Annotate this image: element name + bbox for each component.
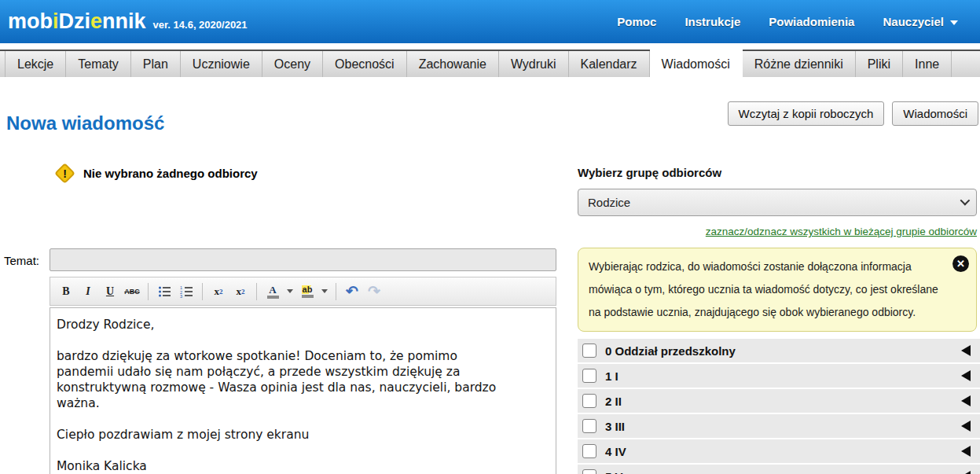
- mobidziennik-app: mobiDziennik ver. 14.6, 2020/2021 Pomoc …: [0, 0, 980, 474]
- chevron-down-icon: [950, 20, 958, 25]
- body-line: bardzo dziękuję za wtorkowe spotkanie! D…: [57, 348, 549, 364]
- close-icon: ✕: [956, 252, 965, 275]
- redo-button-disabled: ↷: [365, 281, 384, 302]
- app-logo[interactable]: mobiDziennik ver. 14.6, 2020/2021: [8, 9, 248, 34]
- recipient-group-select[interactable]: Rodzice: [578, 189, 977, 216]
- tab-uczniowie[interactable]: Uczniowie: [181, 51, 262, 77]
- page-title: Nowa wiadomość: [6, 112, 164, 134]
- undo-button[interactable]: ↶: [343, 281, 362, 302]
- tab-lekcje[interactable]: Lekcje: [5, 51, 66, 77]
- class-checkbox-4[interactable]: [582, 444, 596, 458]
- class-checkbox-3[interactable]: [582, 419, 596, 433]
- highlight-dropdown-icon[interactable]: [321, 289, 328, 293]
- messages-button[interactable]: Wiadomości: [892, 101, 978, 126]
- tab-tematy[interactable]: Tematy: [66, 51, 131, 77]
- expand-left-icon[interactable]: [961, 370, 971, 381]
- body-line: Ciepło pozdrawiam z mojej strony ekranu: [57, 427, 549, 443]
- tab-inne[interactable]: Inne: [903, 51, 952, 77]
- class-checkbox-1[interactable]: [582, 369, 596, 383]
- parent-info-text: Wybierając rodzica, do wiadomości zostan…: [589, 260, 938, 318]
- class-row-2[interactable]: 2 II: [578, 389, 980, 413]
- nav-link-instrukcje[interactable]: Instrukcje: [685, 15, 740, 28]
- text-color-button[interactable]: A: [263, 281, 282, 302]
- tab-oceny[interactable]: Oceny: [262, 51, 323, 77]
- class-list: 0 Oddział przedszkolny 1 I 2 II 3 III 4: [578, 339, 980, 474]
- app-version: ver. 14.6, 2020/2021: [153, 19, 248, 31]
- user-menu[interactable]: Nauczyciel: [883, 15, 958, 28]
- class-label: 3 III: [605, 420, 961, 433]
- header-tab-gap: [0, 43, 980, 50]
- tab-wydruki[interactable]: Wydruki: [499, 51, 569, 77]
- nav-link-powiadomienia[interactable]: Powiadomienia: [769, 15, 854, 28]
- info-close-button[interactable]: ✕: [952, 255, 969, 272]
- class-row-5[interactable]: 5 V: [578, 465, 980, 474]
- class-label: 0 Oddział przedszkolny: [605, 344, 961, 358]
- body-line: Monika Kalicka: [57, 458, 549, 474]
- toolbar-separator: [202, 283, 203, 300]
- bold-button[interactable]: B: [57, 281, 75, 302]
- select-all-toggle-link[interactable]: zaznacz/odznacz wszystkich w bieżącej gr…: [578, 226, 977, 237]
- class-label: 4 IV: [605, 445, 961, 458]
- superscript-button[interactable]: x2: [231, 281, 250, 302]
- tab-kalendarz[interactable]: Kalendarz: [569, 51, 650, 77]
- subject-label: Temat:: [4, 254, 39, 267]
- app-header: mobiDziennik ver. 14.6, 2020/2021 Pomoc …: [0, 0, 980, 43]
- class-checkbox-0[interactable]: [582, 344, 596, 358]
- bullet-list-icon: [158, 285, 171, 298]
- class-row-0[interactable]: 0 Oddział przedszkolny: [578, 339, 980, 362]
- highlight-color-bar: [302, 295, 314, 298]
- expand-left-icon[interactable]: [961, 345, 971, 356]
- underline-button[interactable]: U: [101, 281, 119, 302]
- body-line: [57, 443, 549, 458]
- bullet-list-button[interactable]: [155, 281, 174, 302]
- class-checkbox-5[interactable]: [582, 469, 596, 474]
- numbered-list-icon: 1 2 3: [180, 285, 193, 298]
- warning-icon: !: [54, 163, 75, 184]
- user-menu-label: Nauczyciel: [883, 15, 944, 28]
- body-line: [57, 411, 549, 427]
- tab-wiadomosci-active[interactable]: Wiadomości: [650, 45, 743, 77]
- message-editor: B I U ABC 1 2 3 x2 x2: [50, 277, 556, 474]
- nav-link-pomoc[interactable]: Pomoc: [617, 15, 656, 28]
- load-drafts-button[interactable]: Wczytaj z kopii roboczych: [728, 101, 885, 126]
- strikethrough-button[interactable]: ABC: [123, 281, 141, 302]
- body-line: ważna.: [57, 395, 549, 411]
- message-body-editor[interactable]: Drodzy Rodzice, bardzo dziękuję za wtork…: [50, 307, 556, 474]
- toolbar-separator: [148, 283, 149, 300]
- recipients-panel: Wybierz grupę odbiorców Rodzice zaznacz/…: [578, 166, 977, 474]
- tab-rozne-dzienniki[interactable]: Różne dzienniki: [743, 51, 856, 77]
- class-label: 5 V: [605, 470, 961, 474]
- tab-pliki[interactable]: Pliki: [856, 51, 903, 77]
- class-row-1[interactable]: 1 I: [578, 364, 980, 388]
- warning-text: Nie wybrano żadnego odbiorcy: [83, 167, 258, 180]
- parent-info-box: Wybierając rodzica, do wiadomości zostan…: [578, 248, 977, 332]
- class-label: 2 II: [605, 395, 961, 408]
- highlight-color-button[interactable]: ab: [298, 281, 317, 302]
- tab-plan[interactable]: Plan: [131, 51, 181, 77]
- expand-left-icon[interactable]: [961, 421, 971, 432]
- main-tab-bar: Lekcje Tematy Plan Uczniowie Oceny Obecn…: [0, 50, 980, 77]
- body-line: konstruktywną rozmowę - Wasza opinia jes…: [57, 380, 549, 395]
- class-label: 1 I: [605, 369, 961, 383]
- subscript-button[interactable]: x2: [209, 281, 228, 302]
- toolbar-separator: [336, 283, 336, 300]
- class-checkbox-2[interactable]: [582, 394, 596, 408]
- text-color-dropdown-icon[interactable]: [287, 289, 293, 293]
- expand-left-icon[interactable]: [961, 395, 971, 406]
- numbered-list-button[interactable]: 1 2 3: [177, 281, 196, 302]
- tab-zachowanie[interactable]: Zachowanie: [407, 51, 499, 77]
- expand-left-icon[interactable]: [961, 471, 971, 474]
- header-nav: Pomoc Instrukcje Powiadomienia Nauczycie…: [617, 15, 958, 28]
- editor-toolbar: B I U ABC 1 2 3 x2 x2: [50, 277, 556, 306]
- class-row-4[interactable]: 4 IV: [578, 439, 980, 463]
- no-recipient-warning: ! Nie wybrano żadnego odbiorcy: [57, 166, 258, 181]
- recipient-group-label: Wybierz grupę odbiorców: [578, 166, 977, 179]
- subject-input[interactable]: [50, 248, 556, 271]
- body-line: pandemii udało się nam połączyć, a przed…: [57, 364, 549, 380]
- tab-obecnosci[interactable]: Obecności: [323, 51, 407, 77]
- logo-text: mobiDziennik: [8, 9, 146, 34]
- svg-text:3: 3: [180, 294, 182, 298]
- italic-button[interactable]: I: [79, 281, 97, 302]
- class-row-3[interactable]: 3 III: [578, 414, 980, 438]
- expand-left-icon[interactable]: [961, 446, 971, 457]
